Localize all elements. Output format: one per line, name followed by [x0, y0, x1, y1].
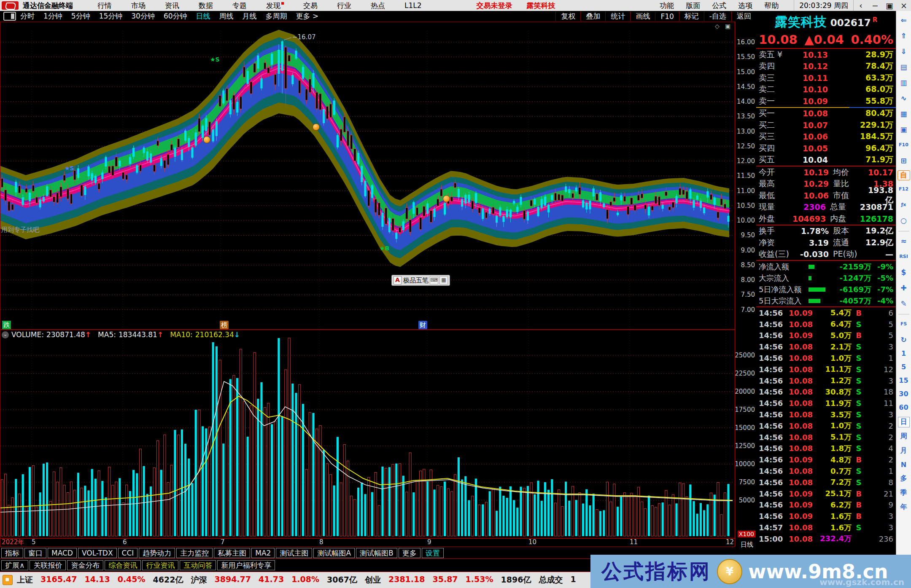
tick-row[interactable]: 14:5610.095.0万B5: [756, 330, 896, 341]
pencil-icon[interactable]: ✎: [898, 298, 910, 310]
toolbar-button-1[interactable]: 叠加: [580, 11, 605, 21]
tick-row[interactable]: 14:5610.082.1万S3: [756, 341, 896, 352]
tick-row[interactable]: 14:5610.086.4万S5: [756, 319, 896, 330]
indicator-tab-1[interactable]: 窗口: [24, 548, 46, 558]
tick-row[interactable]: 14:5610.0811.9万S11: [756, 397, 896, 409]
menu-item-6[interactable]: 交易: [303, 1, 318, 10]
indicator-tab-10[interactable]: 测试幅图A: [313, 548, 355, 558]
period-tab-2[interactable]: 5分钟: [71, 12, 90, 20]
period-tab-6[interactable]: 日线: [196, 12, 210, 20]
f5-icon[interactable]: F5: [898, 318, 910, 331]
period-strip-日[interactable]: 日: [898, 417, 910, 427]
toolbar-button-3[interactable]: 画线: [630, 11, 655, 21]
line-chart-icon[interactable]: ∿: [898, 92, 910, 105]
right-menu-item-0[interactable]: 功能: [660, 1, 674, 10]
right-menu-item-1[interactable]: 版面: [686, 1, 700, 10]
extension-tab-0[interactable]: 扩展∧: [1, 560, 28, 570]
ime-keyboard-icon[interactable]: ⌨: [430, 276, 438, 285]
tick-row[interactable]: 14:5610.0830.8万S18: [756, 387, 896, 398]
ime-mode-icon[interactable]: A: [394, 276, 402, 285]
extension-tab-1[interactable]: 关联报价: [30, 560, 66, 570]
indicator-tab-11[interactable]: 测试幅图B: [356, 548, 397, 558]
tick-row[interactable]: 14:5610.0811.1万S12: [756, 364, 896, 375]
extension-tab-3[interactable]: 综合资讯: [105, 560, 141, 570]
structure-icon[interactable]: ⊞: [898, 155, 910, 167]
move-icon[interactable]: ✚: [898, 282, 910, 295]
multi-window-icon[interactable]: ▣: [898, 124, 910, 136]
f12-icon[interactable]: F12: [898, 183, 910, 196]
tick-row[interactable]: 14:5610.096.2万B9: [756, 499, 896, 511]
back-arrow-icon[interactable]: ⇐: [898, 14, 910, 27]
menu-item-3[interactable]: 数据: [199, 1, 213, 10]
menu-item-0[interactable]: 行情: [97, 1, 112, 10]
period-strip-季[interactable]: 季: [900, 489, 907, 497]
down-arrow-icon[interactable]: ⇓: [898, 46, 910, 58]
menu-item-1[interactable]: 市场: [131, 1, 146, 10]
tick-row[interactable]: 14:5710.081.6万S3: [756, 522, 896, 533]
indicator-tab-2[interactable]: MACD: [48, 548, 77, 558]
close-icon[interactable]: ×: [897, 1, 911, 10]
minimize-icon[interactable]: −: [868, 1, 882, 10]
tick-row[interactable]: 14:5610.095.4万B6: [756, 307, 896, 319]
right-menu-item-2[interactable]: 公式: [712, 1, 726, 10]
circle-icon[interactable]: ○: [898, 215, 910, 227]
tick-row[interactable]: 14:5610.085.1万S2: [756, 432, 896, 443]
period-strip-15[interactable]: 15: [899, 376, 908, 384]
indicator-tab-3[interactable]: VOL-TDX: [78, 548, 117, 558]
tick-row[interactable]: 14:5610.081.0万S1: [756, 352, 896, 364]
tick-row[interactable]: 14:5610.087.2万S8: [756, 477, 896, 488]
order-level-row[interactable]: 买二10.07229.1万: [756, 119, 896, 131]
toolbar-button-6[interactable]: -自选: [704, 11, 731, 21]
order-level-row[interactable]: 卖三10.1163.3万: [756, 72, 896, 84]
tick-row[interactable]: 14:5610.081.0万S2: [756, 420, 896, 432]
order-level-row[interactable]: 买五10.0471.9万: [756, 154, 896, 166]
ime-toolbar[interactable]: A 极品五笔 ⌨ ▦: [391, 275, 450, 286]
tick-row[interactable]: 14:5610.094.8万B2: [756, 454, 896, 465]
tick-row[interactable]: 14:5610.091.6万B3: [756, 510, 896, 522]
menu-item-5[interactable]: 发现: [266, 1, 284, 10]
indicator-tab-7[interactable]: 私募主图: [214, 548, 250, 558]
wave-icon[interactable]: ≈: [898, 235, 910, 248]
refresh-icon[interactable]: ↻: [898, 334, 910, 346]
window-mode-icon[interactable]: ▣: [725, 23, 730, 30]
kline-volume-chart[interactable]: [0, 21, 735, 547]
extension-tab-2[interactable]: 资金分布: [67, 560, 103, 570]
period-tab-1[interactable]: 1分钟: [43, 12, 62, 20]
indicator-tab-4[interactable]: CCI: [118, 548, 138, 558]
list-icon[interactable]: ▥: [898, 77, 910, 89]
watchlist-icon[interactable]: 自: [898, 170, 910, 180]
diamond-icon[interactable]: ◇: [715, 23, 720, 30]
login-status[interactable]: 交易未登录: [477, 1, 512, 11]
tick-row[interactable]: 14:5610.081.8万S4: [756, 443, 896, 454]
toolbar-button-5[interactable]: 标记: [679, 11, 704, 21]
period-strip-周[interactable]: 周: [900, 432, 907, 441]
toolbar-button-4[interactable]: F10: [655, 12, 679, 21]
quote-report-icon[interactable]: ▤: [898, 61, 910, 74]
news-badge[interactable]: 榜: [220, 321, 229, 329]
tick-row[interactable]: 14:5610.081.2万S3: [756, 375, 896, 387]
period-strip-60[interactable]: 60: [899, 403, 908, 411]
up-arrow-icon[interactable]: ⇑: [898, 30, 910, 43]
indicator-tab-12[interactable]: 更多: [399, 548, 420, 558]
maximize-icon[interactable]: ▣: [882, 1, 897, 10]
current-stock-menu[interactable]: 露笑科技: [527, 1, 555, 11]
period-tab-3[interactable]: 15分钟: [99, 12, 123, 20]
menu-item-4[interactable]: 专题: [232, 1, 247, 10]
period-tab-8[interactable]: 月线: [243, 12, 257, 20]
nav-back-icon[interactable]: ‹: [854, 1, 868, 10]
indicator-tab-0[interactable]: 指标: [1, 548, 23, 558]
tick-row[interactable]: 14:5610.080.7万S1: [756, 465, 896, 477]
menu-item-2[interactable]: 资讯: [165, 1, 179, 10]
order-level-row[interactable]: 买四10.0596.4万: [756, 142, 896, 154]
period-strip-月[interactable]: 月: [900, 446, 907, 455]
toolbar-button-7[interactable]: 返回: [731, 11, 756, 21]
period-strip-N[interactable]: N: [901, 461, 906, 469]
toolbar-button-2[interactable]: 统计: [605, 11, 630, 21]
money-icon[interactable]: $: [898, 266, 910, 279]
chevron-down-icon[interactable]: ⌄: [2, 331, 9, 338]
indicator-tab-6[interactable]: 主力监控: [176, 548, 213, 558]
finance-badge[interactable]: 财: [418, 321, 427, 329]
order-level-row[interactable]: 卖四10.1278.4万: [756, 61, 896, 72]
extension-tab-6[interactable]: 新用户福利专享: [217, 560, 275, 570]
rsi-icon[interactable]: RSI: [898, 251, 910, 263]
